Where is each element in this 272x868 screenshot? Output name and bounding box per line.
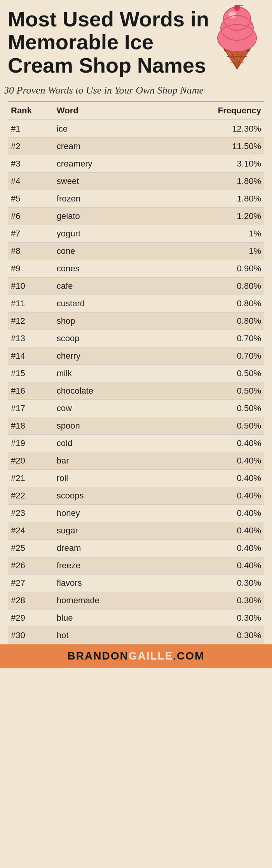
table-row: #29blue0.30%	[8, 609, 264, 627]
frequency-cell: 0.80%	[173, 312, 264, 330]
table-row: #19cold0.40%	[8, 434, 264, 452]
table-row: #28homemade0.30%	[8, 592, 264, 609]
word-cell: scoops	[54, 487, 173, 504]
rank-cell: #16	[8, 382, 54, 399]
rank-cell: #9	[8, 260, 54, 277]
word-cell: freeze	[54, 557, 173, 574]
frequency-cell: 0.40%	[173, 434, 264, 452]
frequency-cell: 0.40%	[173, 522, 264, 539]
rank-cell: #28	[8, 592, 54, 609]
rank-cell: #8	[8, 242, 54, 260]
rank-cell: #6	[8, 207, 54, 225]
word-cell: sugar	[54, 522, 173, 539]
word-cell: blue	[54, 609, 173, 627]
page-container: Most Used Words in Memorable Ice Cream S…	[0, 0, 272, 668]
frequency-cell: 0.80%	[173, 277, 264, 295]
table-row: #22scoops0.40%	[8, 487, 264, 504]
word-cell: shop	[54, 312, 173, 330]
word-cell: dream	[54, 539, 173, 557]
word-cell: roll	[54, 469, 173, 487]
frequency-cell: 11.50%	[173, 137, 264, 155]
rank-cell: #25	[8, 539, 54, 557]
word-cell: flavors	[54, 574, 173, 592]
word-cell: cold	[54, 434, 173, 452]
table-section: Rank Word Frequency #1ice12.30%#2cream11…	[0, 97, 272, 644]
table-row: #7yogurt1%	[8, 225, 264, 242]
frequency-cell: 0.70%	[173, 347, 264, 365]
table-header-row: Rank Word Frequency	[8, 101, 264, 120]
col-header-word: Word	[54, 101, 173, 120]
footer: BRANDONGAILLE.COM	[0, 644, 272, 668]
table-row: #18spoon0.50%	[8, 417, 264, 434]
frequency-cell: 0.70%	[173, 330, 264, 347]
table-row: #21roll0.40%	[8, 469, 264, 487]
brand-name-part1: BRANDON	[68, 650, 129, 662]
table-row: #27flavors0.30%	[8, 574, 264, 592]
header-section: Most Used Words in Memorable Ice Cream S…	[0, 0, 272, 81]
word-cell: honey	[54, 504, 173, 522]
table-row: #5frozen1.80%	[8, 190, 264, 207]
word-cell: cream	[54, 137, 173, 155]
subtitle: 30 Proven Words to Use in Your Own Shop …	[0, 84, 272, 97]
rank-cell: #26	[8, 557, 54, 574]
word-cell: cherry	[54, 347, 173, 365]
rank-cell: #4	[8, 172, 54, 190]
frequency-cell: 1%	[173, 242, 264, 260]
rank-cell: #17	[8, 399, 54, 417]
frequency-cell: 1.20%	[173, 207, 264, 225]
table-row: #17cow0.50%	[8, 399, 264, 417]
word-cell: scoop	[54, 330, 173, 347]
word-cell: frozen	[54, 190, 173, 207]
frequency-cell: 0.50%	[173, 417, 264, 434]
table-row: #25dream0.40%	[8, 539, 264, 557]
table-row: #3creamery3.10%	[8, 155, 264, 172]
rank-cell: #14	[8, 347, 54, 365]
word-cell: bar	[54, 452, 173, 469]
col-header-rank: Rank	[8, 101, 54, 120]
rank-cell: #20	[8, 452, 54, 469]
rank-cell: #2	[8, 137, 54, 155]
frequency-cell: 0.40%	[173, 557, 264, 574]
main-title: Most Used Words in Memorable Ice Cream S…	[8, 8, 210, 77]
words-table: Rank Word Frequency #1ice12.30%#2cream11…	[8, 101, 264, 644]
rank-cell: #23	[8, 504, 54, 522]
table-row: #6gelato1.20%	[8, 207, 264, 225]
rank-cell: #11	[8, 295, 54, 312]
table-row: #8cone1%	[8, 242, 264, 260]
rank-cell: #7	[8, 225, 54, 242]
frequency-cell: 0.40%	[173, 487, 264, 504]
frequency-cell: 0.30%	[173, 574, 264, 592]
word-cell: sweet	[54, 172, 173, 190]
rank-cell: #18	[8, 417, 54, 434]
brand-name-part3: .COM	[173, 650, 204, 662]
rank-cell: #21	[8, 469, 54, 487]
table-row: #16chocolate0.50%	[8, 382, 264, 399]
table-row: #1ice12.30%	[8, 120, 264, 138]
word-cell: milk	[54, 365, 173, 382]
rank-cell: #12	[8, 312, 54, 330]
table-row: #12shop0.80%	[8, 312, 264, 330]
frequency-cell: 1.80%	[173, 172, 264, 190]
word-cell: yogurt	[54, 225, 173, 242]
rank-cell: #30	[8, 627, 54, 644]
rank-cell: #5	[8, 190, 54, 207]
word-cell: cow	[54, 399, 173, 417]
table-row: #15milk0.50%	[8, 365, 264, 382]
frequency-cell: 3.10%	[173, 155, 264, 172]
ice-cream-illustration	[206, 4, 268, 66]
rank-cell: #10	[8, 277, 54, 295]
frequency-cell: 0.40%	[173, 469, 264, 487]
frequency-cell: 0.40%	[173, 504, 264, 522]
table-row: #30hot0.30%	[8, 627, 264, 644]
frequency-cell: 12.30%	[173, 120, 264, 138]
table-row: #24sugar0.40%	[8, 522, 264, 539]
table-row: #14cherry0.70%	[8, 347, 264, 365]
word-cell: spoon	[54, 417, 173, 434]
frequency-cell: 0.90%	[173, 260, 264, 277]
rank-cell: #1	[8, 120, 54, 138]
word-cell: cafe	[54, 277, 173, 295]
rank-cell: #24	[8, 522, 54, 539]
frequency-cell: 0.40%	[173, 539, 264, 557]
rank-cell: #19	[8, 434, 54, 452]
table-row: #2cream11.50%	[8, 137, 264, 155]
